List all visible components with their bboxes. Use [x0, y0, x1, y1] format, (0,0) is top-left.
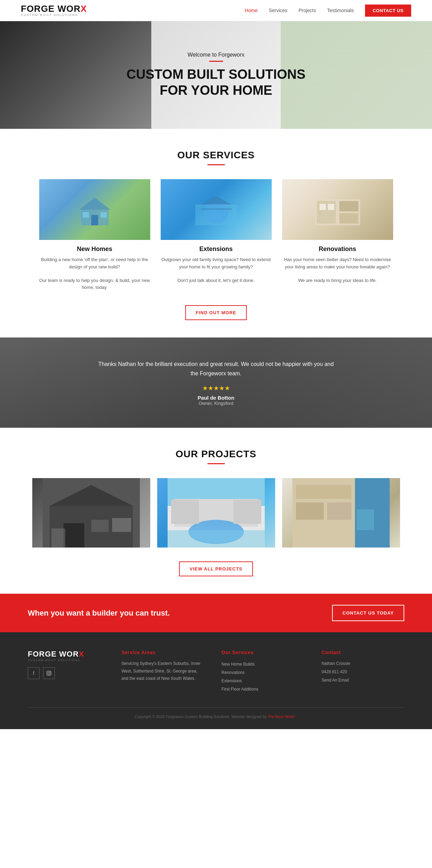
service-card-extensions: Extensions Outgrown your old family livi…	[161, 179, 272, 291]
service-image-renovations	[282, 179, 393, 240]
svg-point-6	[204, 203, 228, 224]
service-desc1-renovations: Has your home seen better days? Need to …	[282, 256, 393, 271]
svg-rect-36	[47, 671, 51, 675]
services-title: OUR SERVICES	[28, 150, 404, 161]
service-title-renovations: Renovations	[282, 245, 393, 253]
cta-contact-button[interactable]: CONTACT US TODAY	[332, 605, 404, 621]
hero-welcome: Welcome to Forgeworx	[127, 52, 306, 58]
services-grid: New Homes Building a new home 'off the p…	[28, 179, 404, 291]
svg-rect-20	[112, 518, 131, 532]
footer-copyright-end: .	[296, 715, 297, 719]
service-card-new-homes: New Homes Building a new home 'off the p…	[39, 179, 150, 291]
service-desc2-extensions: Don't just talk about it, let's get it d…	[161, 277, 272, 284]
footer-social: f	[28, 667, 104, 679]
svg-rect-26	[168, 530, 265, 548]
svg-point-38	[50, 672, 51, 673]
footer-contact-email[interactable]: Send An Email	[322, 676, 404, 684]
hero-section: Welcome to Forgeworx CUSTOM BUILT SOLUTI…	[0, 21, 432, 129]
footer-link-renovations[interactable]: Renovations	[221, 668, 304, 677]
nav-projects[interactable]: Projects	[298, 8, 316, 13]
services-section: OUR SERVICES New Homes Building a new ho…	[0, 129, 432, 337]
svg-rect-18	[63, 523, 84, 548]
footer: FORGE WORX CUSTOM BUILT SOLUTIONS f Serv…	[0, 632, 432, 729]
project-card-3	[282, 478, 400, 548]
testimonial-stars: ★★★★★	[95, 384, 338, 392]
project-card-2	[157, 478, 275, 548]
footer-contact: Contact Nathan Crossie 0428 811 420 Send…	[322, 650, 404, 693]
nav-testimonials[interactable]: Testimonials	[327, 8, 354, 13]
svg-rect-33	[296, 502, 324, 520]
footer-link-extensions[interactable]: Extensions	[221, 677, 304, 685]
projects-section: OUR PROJECTS	[0, 428, 432, 594]
project-image-2	[157, 478, 275, 548]
footer-copyright: Copyright © 2020 Forgeworx Custom Buildi…	[135, 715, 268, 719]
hero-divider	[209, 61, 223, 62]
cta-text: When you want a builder you can trust.	[28, 609, 170, 618]
project-card-1	[32, 478, 150, 548]
service-desc2-new-homes: Our team is ready to help you design, & …	[39, 277, 150, 292]
hero-title: CUSTOM BUILT SOLUTIONS FOR YOUR HOME	[127, 67, 306, 98]
svg-rect-21	[51, 528, 65, 548]
footer-link-new-home-builds[interactable]: New Home Builds	[221, 660, 304, 668]
footer-contact-name: Nathan Crossie	[322, 660, 404, 668]
projects-divider	[207, 463, 225, 464]
svg-point-37	[48, 672, 50, 674]
services-divider	[207, 164, 225, 165]
svg-marker-1	[79, 198, 110, 210]
svg-rect-2	[91, 215, 98, 225]
service-card-renovations: Renovations Has your home seen better da…	[282, 179, 393, 291]
footer-designer-link[interactable]: The Buzz Writer	[268, 715, 295, 719]
footer-our-services-title: Our Services	[221, 650, 304, 655]
instagram-icon[interactable]	[43, 667, 55, 679]
nav-services[interactable]: Services	[269, 8, 287, 13]
footer-logo-sub: CUSTOM BUILT SOLUTIONS	[28, 659, 104, 662]
nav-contact-button[interactable]: CONTACT US	[365, 5, 411, 17]
svg-rect-34	[327, 502, 351, 520]
svg-rect-32	[296, 485, 351, 499]
svg-rect-14	[328, 204, 334, 210]
svg-rect-12	[339, 213, 358, 224]
svg-rect-13	[320, 204, 326, 210]
svg-rect-19	[91, 520, 109, 532]
svg-rect-4	[101, 212, 107, 218]
service-desc2-renovations: We are ready to bring your ideas to life…	[282, 277, 393, 284]
nav-links: Home Services Projects Testimonials CONT…	[245, 5, 411, 17]
footer-contact-phone[interactable]: 0428 811 420	[322, 668, 404, 676]
facebook-icon[interactable]: f	[28, 667, 40, 679]
service-desc1-new-homes: Building a new home 'off the plan', or n…	[39, 256, 150, 271]
projects-grid	[28, 478, 404, 548]
hero-content: Welcome to Forgeworx CUSTOM BUILT SOLUTI…	[127, 52, 306, 98]
service-title-extensions: Extensions	[161, 245, 272, 253]
svg-rect-35	[357, 509, 374, 530]
svg-rect-11	[339, 201, 358, 211]
svg-rect-28	[234, 500, 261, 524]
service-image-extensions	[161, 179, 272, 240]
view-all-projects-button[interactable]: VIEW ALL PROJECTS	[179, 561, 253, 576]
footer-our-services: Our Services New Home Builds Renovations…	[221, 650, 304, 693]
svg-rect-3	[83, 212, 89, 218]
service-title-new-homes: New Homes	[39, 245, 150, 253]
footer-contact-title: Contact	[322, 650, 404, 655]
footer-link-first-floor[interactable]: First Floor Additions	[221, 685, 304, 693]
testimonial-role: Owner, Kingsford	[95, 401, 338, 406]
project-image-3	[282, 478, 400, 548]
logo: FORGE WORX CUSTOM BUILT SOLUTIONS	[21, 4, 87, 17]
nav-home[interactable]: Home	[245, 8, 257, 13]
project-image-1	[32, 478, 150, 548]
service-image-new-homes	[39, 179, 150, 240]
service-desc1-extensions: Outgrown your old family living space? N…	[161, 256, 272, 271]
footer-top: FORGE WORX CUSTOM BUILT SOLUTIONS f Serv…	[28, 650, 404, 693]
testimonial-quote: Thanks Nathan for the brilliant executio…	[95, 359, 338, 378]
svg-marker-8	[201, 196, 232, 205]
footer-logo-col: FORGE WORX CUSTOM BUILT SOLUTIONS f	[28, 650, 104, 693]
svg-rect-7	[201, 208, 232, 210]
find-out-more-button[interactable]: FIND OUT MORE	[185, 305, 247, 320]
footer-bottom: Copyright © 2020 Forgeworx Custom Buildi…	[28, 707, 404, 719]
footer-logo-text: FORGE WORX	[28, 650, 104, 659]
footer-service-areas-title: Service Areas	[121, 650, 204, 655]
svg-rect-27	[171, 500, 199, 524]
testimonial-content: Thanks Nathan for the brilliant executio…	[95, 359, 338, 406]
navbar: FORGE WORX CUSTOM BUILT SOLUTIONS Home S…	[0, 0, 432, 21]
projects-title: OUR PROJECTS	[28, 449, 404, 460]
testimonial-section: Thanks Nathan for the brilliant executio…	[0, 337, 432, 428]
